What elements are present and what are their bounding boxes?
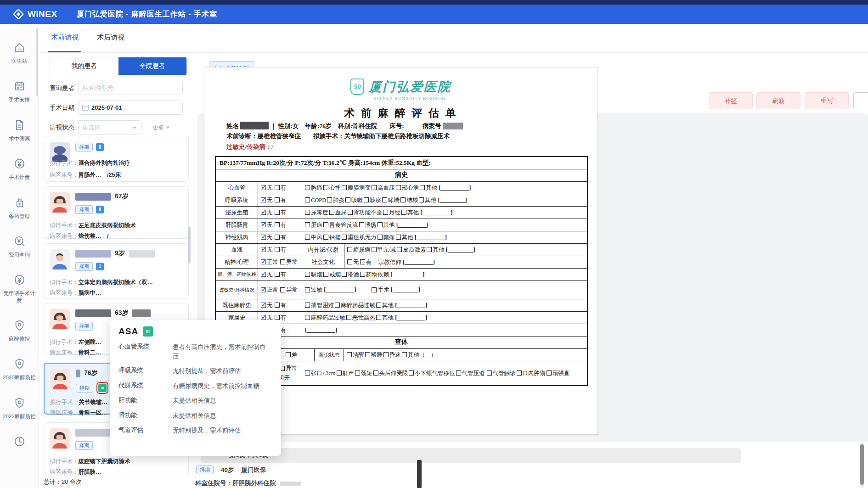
form-checkbox[interactable] bbox=[329, 210, 334, 215]
sidebar-item-手术安排[interactable]: 手术安排 bbox=[1, 80, 38, 103]
form-checkbox[interactable] bbox=[409, 370, 414, 376]
form-checkbox[interactable] bbox=[280, 287, 285, 292]
form-checkbox[interactable] bbox=[420, 185, 425, 190]
cutoff-button[interactable] bbox=[853, 92, 868, 109]
patient-list-scrollbar[interactable] bbox=[188, 227, 191, 264]
inner-scrollbar[interactable] bbox=[417, 460, 422, 488]
visit-status-select[interactable]: 请选择 bbox=[78, 120, 141, 135]
form-checkbox[interactable] bbox=[305, 235, 310, 240]
sidebar-item-2020麻醉质控[interactable]: 2020麻醉质控 bbox=[1, 358, 38, 381]
form-checkbox-checked[interactable] bbox=[261, 210, 266, 215]
more-filters-link[interactable]: 更多 ˅ bbox=[152, 123, 169, 132]
form-checkbox[interactable] bbox=[342, 272, 347, 277]
form-checkbox[interactable] bbox=[305, 185, 310, 190]
form-checkbox[interactable] bbox=[400, 197, 406, 202]
sidebar-item-2022麻醉质控[interactable]: 2022麻醉质控 bbox=[1, 397, 38, 420]
form-checkbox[interactable] bbox=[286, 352, 291, 357]
sidebar-item-医生站[interactable]: 医生站 bbox=[1, 41, 38, 64]
form-checkbox[interactable] bbox=[373, 370, 378, 376]
form-checkbox[interactable] bbox=[342, 235, 347, 240]
supplement-sign-button[interactable]: 补签 bbox=[709, 92, 753, 109]
form-checkbox-checked[interactable] bbox=[261, 185, 266, 190]
form-checkbox-checked[interactable] bbox=[261, 222, 266, 227]
form-checkbox-checked[interactable] bbox=[261, 315, 266, 320]
page-scrollbar-thumb[interactable] bbox=[860, 444, 864, 485]
sidebar-item-麻醉质控[interactable]: 麻醉质控 bbox=[1, 319, 38, 342]
form-checkbox[interactable] bbox=[517, 370, 522, 376]
rewrite-button[interactable]: 重写 bbox=[805, 92, 849, 109]
form-checkbox[interactable] bbox=[360, 259, 365, 264]
form-checkbox[interactable] bbox=[378, 235, 383, 240]
form-checkbox[interactable] bbox=[305, 210, 310, 215]
form-checkbox[interactable] bbox=[335, 303, 340, 308]
form-checkbox[interactable] bbox=[376, 315, 381, 320]
form-checkbox[interactable] bbox=[305, 272, 310, 277]
sidebar-item-无申请手术计费[interactable]: 无申请手术计费 bbox=[1, 274, 38, 303]
sidebar-item-item-10[interactable] bbox=[1, 435, 38, 452]
form-checkbox[interactable] bbox=[275, 222, 280, 227]
form-checkbox[interactable] bbox=[396, 235, 401, 240]
form-checkbox[interactable] bbox=[323, 235, 328, 240]
form-checkbox[interactable] bbox=[346, 315, 351, 320]
form-checkbox[interactable] bbox=[275, 315, 280, 320]
my-patients-button[interactable]: 我的患者 bbox=[50, 57, 118, 75]
asa-badge[interactable]: III bbox=[98, 384, 107, 392]
form-checkbox[interactable] bbox=[323, 222, 328, 227]
form-checkbox[interactable] bbox=[342, 185, 347, 190]
form-checkbox[interactable] bbox=[360, 272, 365, 277]
form-checkbox[interactable] bbox=[427, 247, 432, 252]
form-checkbox-checked[interactable] bbox=[261, 303, 266, 308]
form-checkbox[interactable] bbox=[378, 222, 383, 227]
form-checkbox[interactable] bbox=[305, 315, 310, 320]
sidebar-item-术中医嘱[interactable]: 术中医嘱 bbox=[1, 119, 38, 142]
form-checkbox[interactable] bbox=[396, 185, 401, 190]
form-checkbox[interactable] bbox=[327, 197, 332, 202]
tab-preop-visit[interactable]: 术前访视 bbox=[51, 33, 79, 42]
form-checkbox[interactable] bbox=[323, 185, 328, 190]
form-checkbox[interactable] bbox=[372, 287, 377, 292]
form-checkbox[interactable] bbox=[275, 247, 280, 252]
sidebar-scrollbar[interactable] bbox=[36, 28, 38, 96]
patient-search-input[interactable] bbox=[78, 81, 183, 95]
form-checkbox[interactable] bbox=[275, 235, 280, 240]
form-checkbox[interactable] bbox=[280, 259, 285, 264]
form-checkbox[interactable] bbox=[275, 185, 280, 190]
form-checkbox[interactable] bbox=[372, 185, 377, 190]
form-checkbox[interactable] bbox=[401, 210, 406, 215]
form-checkbox[interactable] bbox=[487, 370, 492, 376]
form-checkbox[interactable] bbox=[364, 197, 369, 202]
form-checkbox[interactable] bbox=[365, 352, 370, 357]
form-checkbox-checked[interactable] bbox=[261, 287, 266, 292]
form-checkbox[interactable] bbox=[305, 303, 310, 308]
sidebar-item-费用查询[interactable]: 费用查询 bbox=[1, 235, 38, 258]
form-checkbox[interactable] bbox=[305, 197, 310, 202]
form-checkbox[interactable] bbox=[275, 303, 280, 308]
patient-card[interactable]: 择期‖拟行手术：混合痔外剥内扎治疗病区床号：胃肠外… /25床 bbox=[44, 136, 189, 182]
form-checkbox[interactable] bbox=[275, 272, 280, 277]
page-scrollbar-track[interactable] bbox=[860, 443, 864, 488]
form-checkbox[interactable] bbox=[383, 352, 389, 357]
sidebar-item-手术计费[interactable]: 手术计费 bbox=[1, 157, 38, 180]
form-checkbox[interactable] bbox=[347, 259, 352, 264]
form-checkbox[interactable] bbox=[376, 303, 381, 308]
form-checkbox[interactable] bbox=[397, 247, 402, 252]
patient-card[interactable]: 67岁择期‖拟行手术：左足底皮肤病损切除术病区床号：烧伤整… / bbox=[44, 186, 189, 239]
surgery-date-input[interactable]: 2025-07-01 bbox=[78, 101, 183, 115]
form-checkbox-checked[interactable] bbox=[261, 197, 266, 202]
refresh-button[interactable]: 刷新 bbox=[756, 92, 800, 109]
form-checkbox[interactable] bbox=[347, 352, 352, 357]
form-checkbox[interactable] bbox=[547, 370, 552, 376]
form-checkbox[interactable] bbox=[337, 370, 342, 376]
form-checkbox-checked[interactable] bbox=[261, 259, 266, 264]
form-checkbox[interactable] bbox=[305, 222, 310, 227]
form-checkbox-checked[interactable] bbox=[261, 235, 266, 240]
form-checkbox-checked[interactable] bbox=[261, 272, 266, 277]
patient-card[interactable]: 9岁择期1拟行手术：立体定向脑病损切除术（双…病区床号：脑病中… bbox=[44, 243, 189, 298]
form-checkbox[interactable] bbox=[372, 247, 377, 252]
form-checkbox[interactable] bbox=[383, 210, 388, 215]
form-checkbox[interactable] bbox=[323, 272, 328, 277]
form-checkbox[interactable] bbox=[382, 197, 387, 202]
form-checkbox[interactable] bbox=[345, 197, 350, 202]
form-checkbox[interactable] bbox=[275, 197, 280, 202]
form-checkbox[interactable] bbox=[348, 210, 353, 215]
